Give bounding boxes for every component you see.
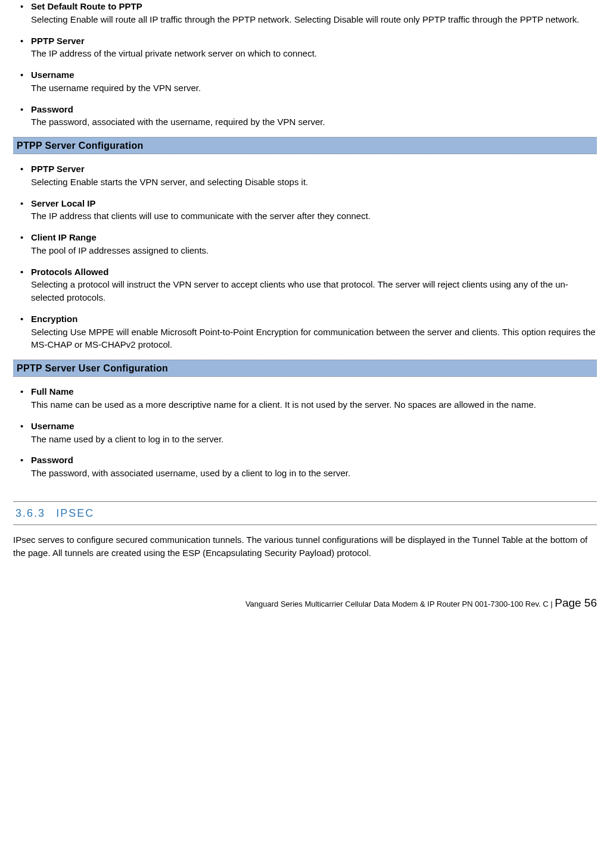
item-title: Protocols Allowed [31,267,108,277]
item-desc: This name can be used as a more descript… [31,398,597,411]
item-desc: Selecting Enable starts the VPN server, … [31,176,597,189]
list-item: Protocols Allowed Selecting a protocol w… [13,266,597,304]
item-desc: The name used by a client to log in to t… [31,433,597,446]
item-title: Encryption [31,314,77,324]
heading-number: 3.6.3 [13,507,54,519]
bullet-list-1: Set Default Route to PPTP Selecting Enab… [13,0,597,129]
item-desc: The IP address of the virtual private ne… [31,47,597,60]
bullet-list-3: Full Name This name can be used as a mor… [13,385,597,480]
section-bar-ptpp-server-config: PTPP Server Configuration [13,137,597,154]
item-desc: The username required by the VPN server. [31,82,597,95]
item-desc: Selecting a protocol will instruct the V… [31,278,597,304]
item-desc: The password, associated with the userna… [31,115,597,129]
heading-title: IPSEC [56,507,94,519]
heading-ipsec: 3.6.3 IPSEC [13,501,597,525]
bullet-list-2: PPTP Server Selecting Enable starts the … [13,163,597,351]
item-title: Password [31,455,73,465]
list-item: PPTP Server The IP address of the virtua… [13,35,597,61]
item-title: Server Local IP [31,198,95,208]
item-title: PPTP Server [31,36,85,46]
item-title: Set Default Route to PPTP [31,1,142,11]
list-item: Encryption Selecting Use MPPE will enabl… [13,313,597,351]
item-title: PPTP Server [31,164,85,174]
footer-page-number: Page 56 [555,597,597,609]
list-item: Set Default Route to PPTP Selecting Enab… [13,0,597,26]
section-bar-title: PTPP Server Configuration [17,140,144,151]
list-item: Username The name used by a client to lo… [13,420,597,446]
list-item: Password The password, with associated u… [13,454,597,480]
item-title: Full Name [31,386,74,396]
list-item: Client IP Range The pool of IP addresses… [13,231,597,257]
footer-doc-title: Vanguard Series Multicarrier Cellular Da… [245,600,549,608]
item-desc: Selecting Enable will route all IP traff… [31,13,597,26]
section-bar-pptp-user-config: PPTP Server User Configuration [13,360,597,377]
item-desc: The password, with associated username, … [31,467,597,480]
page-footer: Vanguard Series Multicarrier Cellular Da… [13,595,597,611]
list-item: Full Name This name can be used as a mor… [13,385,597,411]
section-bar-title: PPTP Server User Configuration [17,363,168,373]
item-desc: The IP address that clients will use to … [31,210,597,223]
item-title: Username [31,421,74,431]
ipsec-intro-paragraph: IPsec serves to configure secured commun… [13,533,597,560]
list-item: Password The password, associated with t… [13,103,597,129]
footer-separator: | [549,600,555,608]
item-title: Client IP Range [31,232,97,242]
list-item: Server Local IP The IP address that clie… [13,197,597,223]
list-item: PPTP Server Selecting Enable starts the … [13,163,597,189]
item-desc: The pool of IP addresses assigned to cli… [31,244,597,257]
item-title: Username [31,70,74,80]
list-item: Username The username required by the VP… [13,68,597,95]
item-title: Password [31,104,73,114]
item-desc: Selecting Use MPPE will enable Microsoft… [31,326,597,352]
